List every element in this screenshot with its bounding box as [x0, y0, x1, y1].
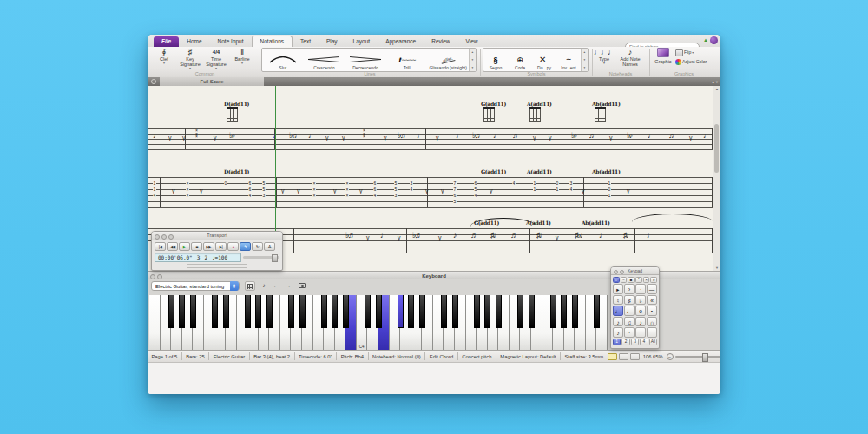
keypad-layout-tab-5[interactable]: ×	[643, 277, 650, 283]
keypad-layout-tab-6[interactable]: »	[650, 277, 657, 283]
zoom-slider[interactable]	[675, 356, 720, 358]
piano-black-key[interactable]	[332, 295, 338, 328]
zoom-slider-thumb[interactable]	[702, 353, 708, 362]
piano-black-key[interactable]	[484, 295, 490, 328]
octave-up-button[interactable]: →	[283, 281, 293, 291]
status-electric-guitar[interactable]: Electric Guitar	[209, 354, 248, 359]
minimize-ribbon-icon[interactable]: ▲	[703, 37, 708, 43]
piano-black-key[interactable]	[550, 295, 556, 328]
tempo-slider-thumb[interactable]	[272, 254, 278, 262]
click-track-button[interactable]: Δ	[264, 242, 275, 251]
stop-button[interactable]: ■	[191, 242, 202, 251]
symbol-do-py[interactable]: ✕Do...py	[532, 49, 556, 71]
keypad-layout-tab-4[interactable]: ^	[635, 277, 642, 283]
piano-black-key[interactable]	[408, 295, 414, 328]
line-style-glissando-straight[interactable]: gliss.Glissando (straight)	[427, 49, 469, 71]
gallery-scroll-arrows[interactable]: ▴▾▾	[469, 49, 476, 71]
piano-black-key[interactable]	[223, 295, 229, 328]
keypad-button-r4c1[interactable]: ♪	[613, 317, 623, 327]
piano-black-key[interactable]	[365, 295, 371, 328]
piano-black-key[interactable]	[572, 295, 578, 328]
ribbon-tab-view[interactable]: View	[458, 36, 486, 47]
snapshot-button[interactable]	[297, 281, 307, 291]
stepper-icon[interactable]: ▲▼	[230, 281, 239, 291]
flip-button[interactable]: Flip ▾	[675, 49, 707, 56]
add-note-names-button[interactable]: ♪ Add Note Names	[615, 47, 646, 67]
scroll-up-icon[interactable]: ▲	[713, 87, 720, 91]
keypad-button-r5c2[interactable]: ·	[624, 327, 635, 338]
voice-button-all[interactable]: All	[649, 339, 657, 345]
symbol-inv-ent[interactable]: ∼Inv...ent	[556, 49, 581, 71]
transport-resize-grip[interactable]	[187, 264, 247, 268]
piano-black-key[interactable]	[168, 295, 174, 328]
go-to-start-button[interactable]: |◀	[155, 242, 166, 251]
key-signature-button[interactable]: ♯Key Signature▾	[177, 47, 203, 70]
panel-window-buttons[interactable]	[155, 234, 174, 240]
voice-button-1[interactable]: 1	[613, 339, 621, 345]
keypad-button-r3c4[interactable]: •	[647, 306, 657, 316]
line-style-decrescendo[interactable]: Decrescendo	[345, 49, 386, 71]
ribbon-tab-text[interactable]: Text	[293, 36, 319, 47]
piano-black-key[interactable]	[343, 295, 349, 328]
zoom-out-button[interactable]: −	[667, 353, 674, 360]
gallery-scroll-arrows[interactable]: ▴▾▾	[581, 49, 588, 71]
piano-keyboard[interactable]: C4	[149, 295, 608, 350]
piano-white-key[interactable]	[149, 295, 161, 350]
status-concert-pitch[interactable]: Concert pitch	[458, 354, 496, 359]
keypad-button-r3c3[interactable]: o	[635, 306, 646, 316]
piano-black-key[interactable]	[529, 295, 535, 328]
keypad-button-r3c2[interactable]: ♩	[624, 306, 635, 316]
notehead-type-button[interactable]: ♩♩♩ Type ▾	[594, 47, 615, 67]
piano-black-key[interactable]	[245, 295, 251, 328]
record-button[interactable]: ●	[227, 242, 239, 251]
line-style-slur[interactable]: Slur	[262, 49, 304, 71]
keypad-button-r2c3[interactable]: ♭	[635, 295, 646, 306]
ribbon-tab-review[interactable]: Review	[424, 36, 457, 47]
tab-list-icon[interactable]: ▾	[716, 80, 718, 84]
octave-down-button[interactable]: ←	[271, 281, 281, 291]
keypad-button-r4c4[interactable]: ∩	[647, 317, 657, 327]
keypad-layout-tab-3[interactable]: ■	[628, 277, 635, 283]
piano-black-key[interactable]	[266, 295, 273, 328]
piano-black-key[interactable]	[190, 295, 196, 328]
piano-black-key[interactable]	[212, 295, 218, 328]
ribbon-tab-appearance[interactable]: Appearance	[378, 36, 424, 47]
keypad-layout-tab-1[interactable]: ○	[613, 277, 620, 283]
piano-black-key[interactable]	[561, 295, 567, 328]
line-style-trill[interactable]: t∼∼∼∼Trill	[386, 49, 428, 71]
piano-black-key[interactable]	[517, 295, 523, 328]
flexitime-button[interactable]: ϟ	[240, 242, 251, 251]
graphic-button[interactable]: Graphic	[651, 47, 675, 64]
tab-scroll-up-icon[interactable]: ▴	[712, 80, 713, 84]
ribbon-tab-home[interactable]: Home	[179, 36, 209, 47]
keypad-button-r1c4[interactable]: —	[647, 284, 657, 294]
barline-button[interactable]: ‖Barline▾	[229, 47, 255, 70]
piano-black-key[interactable]	[452, 295, 458, 328]
status-staff-size[interactable]: Staff size: 3.5mm	[561, 354, 608, 359]
piano-black-key[interactable]	[474, 295, 480, 328]
panel-window-buttons[interactable]	[150, 274, 162, 279]
piano-black-key[interactable]	[441, 295, 447, 328]
symbol-coda[interactable]: ⊕Coda	[508, 49, 532, 71]
keypad-button-r2c4[interactable]: «	[647, 295, 657, 306]
piano-black-key[interactable]	[496, 295, 502, 328]
status-pitch[interactable]: Pitch: Bb4	[337, 354, 367, 359]
piano-black-key[interactable]	[179, 295, 185, 328]
voice-button-2[interactable]: 2	[621, 339, 629, 345]
tempo-slider[interactable]	[243, 256, 279, 259]
keypad-button-r3c1[interactable]: ♩	[613, 306, 623, 316]
line-style-crescendo[interactable]: Crescendo	[304, 49, 345, 71]
document-bar-icon[interactable]	[151, 79, 156, 84]
piano-black-key[interactable]	[419, 295, 425, 328]
instrument-selector[interactable]: Electric Guitar, standard tuning ▲▼	[151, 281, 240, 291]
rewind-button[interactable]: ◀◀	[167, 242, 178, 251]
keypad-button-r4c3[interactable]: ♪	[635, 317, 646, 327]
view-panorama-icon[interactable]	[608, 353, 617, 360]
symbol-segno[interactable]: §Segno	[483, 49, 508, 71]
ribbon-tab-play[interactable]: Play	[319, 36, 345, 47]
scrollbar-thumb[interactable]	[714, 124, 719, 173]
ribbon-tab-note-input[interactable]: Note Input	[210, 36, 252, 47]
keypad-button-r5c1[interactable]: ♪	[613, 327, 623, 338]
keypad-title-bar[interactable]: Keypad	[611, 267, 659, 275]
status-magnetic-layout[interactable]: Magnetic Layout: Default	[496, 354, 560, 359]
